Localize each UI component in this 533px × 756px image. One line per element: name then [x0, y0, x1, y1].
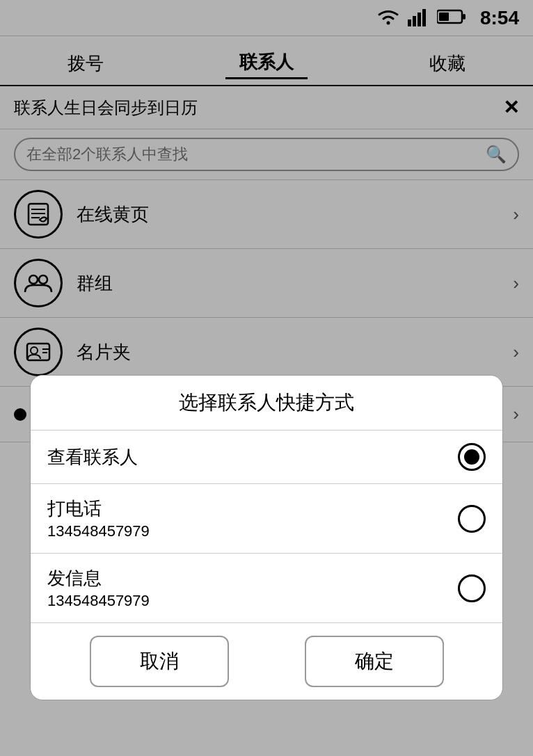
modal-option-message[interactable]: 发信息 134548457979 [31, 554, 502, 623]
radio-message[interactable] [458, 574, 486, 602]
radio-view-contact[interactable] [458, 443, 486, 471]
modal-option-call-text: 打电话 134548457979 [47, 497, 150, 540]
radio-call[interactable] [458, 505, 486, 533]
modal-option-message-sublabel: 134548457979 [47, 592, 150, 610]
modal-option-view-contact-label: 查看联系人 [47, 445, 138, 469]
modal-option-view-contact[interactable]: 查看联系人 [31, 431, 502, 484]
modal-option-view-contact-text: 查看联系人 [47, 445, 138, 469]
modal-title: 选择联系人快捷方式 [31, 376, 502, 431]
confirm-button[interactable]: 确定 [305, 636, 444, 687]
modal-option-message-text: 发信息 134548457979 [47, 566, 150, 610]
modal-option-call-label: 打电话 [47, 497, 150, 521]
cancel-button[interactable]: 取消 [90, 636, 229, 687]
modal-overlay: 选择联系人快捷方式 查看联系人 打电话 134548457979 发信息 134… [0, 0, 533, 756]
shortcut-modal: 选择联系人快捷方式 查看联系人 打电话 134548457979 发信息 134… [30, 375, 503, 700]
modal-option-call[interactable]: 打电话 134548457979 [31, 484, 502, 554]
modal-option-call-sublabel: 134548457979 [47, 522, 150, 540]
modal-option-message-label: 发信息 [47, 566, 150, 590]
modal-actions: 取消 确定 [31, 623, 502, 700]
